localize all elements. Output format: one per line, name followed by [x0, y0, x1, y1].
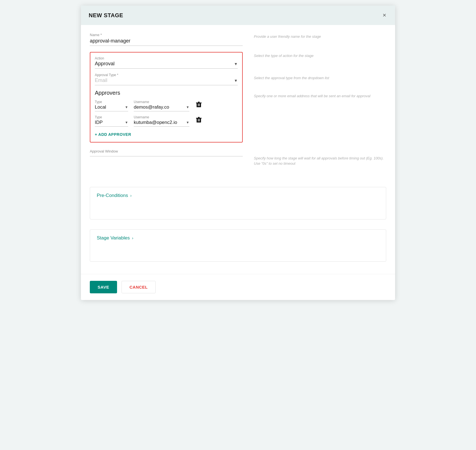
svg-rect-4: [198, 102, 200, 102]
action-dropdown-arrow-icon: ▼: [234, 62, 238, 66]
approval-window-section: Approval Window: [90, 149, 243, 156]
pre-conditions-title: Pre-Conditions ›: [97, 193, 379, 198]
action-hint-text: Select the type of action for the stage: [254, 52, 386, 59]
name-hint-text: Provide a user friendly name for the sta…: [254, 33, 386, 39]
svg-rect-6: [198, 119, 199, 121]
approver-username-label-1: Username: [134, 100, 189, 104]
approver-username-field-2: Username kutumba@openc2.io ▼: [134, 115, 189, 127]
approver-type-select-2[interactable]: IDP ▼: [95, 120, 128, 127]
svg-rect-0: [197, 103, 201, 107]
approval-type-select-row[interactable]: Email ▼: [95, 78, 238, 85]
approval-type-field-group: Approval Type * Email ▼: [95, 73, 238, 85]
pre-conditions-chevron-icon: ›: [130, 193, 132, 198]
svg-rect-5: [197, 118, 201, 122]
approver-username-select-2[interactable]: kutumba@openc2.io ▼: [134, 120, 189, 127]
name-label: Name *: [90, 33, 243, 37]
approver-username-field-1: Username demos@rafay.co ▼: [134, 100, 189, 111]
trash-icon-2: [196, 117, 202, 123]
cancel-button[interactable]: CANCEL: [122, 281, 156, 293]
save-button[interactable]: SAVE: [90, 281, 117, 293]
approver-row-2: Type IDP ▼ Username kutumba@openc2.io: [95, 115, 238, 127]
approver-type-value-2: IDP: [95, 120, 125, 125]
approval-window-hint-text: Specify how long the stage will wait for…: [254, 154, 386, 166]
approval-window-label: Approval Window: [90, 149, 243, 153]
name-field-group: Name * approval-manager: [90, 33, 243, 46]
modal-title: NEW STAGE: [89, 12, 123, 19]
approver-type-label-1: Type: [95, 100, 128, 104]
svg-rect-1: [198, 104, 199, 106]
close-button[interactable]: ×: [381, 11, 387, 19]
modal-body: Name * approval-manager Provide a user f…: [81, 25, 395, 274]
modal-header: NEW STAGE ×: [81, 6, 395, 25]
stage-variables-card[interactable]: Stage Variables ›: [90, 229, 386, 262]
name-section: Name * approval-manager Provide a user f…: [90, 33, 386, 46]
approver-username-select-1[interactable]: demos@rafay.co ▼: [134, 104, 189, 111]
approver-type-field-2: Type IDP ▼: [95, 115, 128, 127]
approver-type-label-2: Type: [95, 115, 128, 119]
add-approver-button[interactable]: + ADD APPROVER: [95, 132, 131, 137]
name-value: approval-manager: [90, 38, 243, 46]
approver-type-select-1[interactable]: Local ▼: [95, 104, 128, 111]
approver-type-field-1: Type Local ▼: [95, 100, 128, 111]
approvers-hint-text: Specify one or more email address that w…: [254, 92, 386, 99]
trash-icon-1: [196, 102, 202, 108]
approver-type-arrow-icon-2: ▼: [125, 121, 128, 124]
svg-rect-9: [198, 117, 200, 118]
svg-rect-7: [199, 119, 200, 121]
approver-type-value-1: Local: [95, 104, 125, 110]
svg-rect-8: [196, 118, 202, 119]
pre-conditions-label: Pre-Conditions: [97, 193, 128, 198]
approver-row: Type Local ▼ Username demos@rafay.co: [95, 100, 238, 111]
action-select-value: Approval: [95, 61, 234, 67]
svg-rect-3: [196, 102, 202, 103]
approver-username-label-2: Username: [134, 115, 189, 119]
stage-variables-title: Stage Variables ›: [97, 235, 379, 241]
approver-username-value-1: demos@rafay.co: [134, 104, 186, 110]
action-section: Action Approval ▼ Approval Type * Email …: [90, 52, 243, 142]
approval-type-hint-text: Select the approval type from the dropdo…: [254, 74, 386, 81]
action-field-label: Action: [95, 56, 238, 60]
action-section-container: Action Approval ▼ Approval Type * Email …: [90, 52, 243, 181]
stage-variables-label: Stage Variables: [97, 235, 130, 241]
approver-username-arrow-icon-2: ▼: [186, 121, 189, 124]
approver-username-arrow-icon-1: ▼: [186, 105, 189, 109]
approval-type-label: Approval Type *: [95, 73, 238, 77]
delete-approver-button-2[interactable]: [195, 116, 203, 126]
name-hint: Provide a user friendly name for the sta…: [254, 33, 386, 46]
approval-type-dropdown-arrow-icon: ▼: [234, 78, 238, 83]
action-field-group: Action Approval ▼: [95, 56, 238, 69]
pre-conditions-card[interactable]: Pre-Conditions ›: [90, 187, 386, 219]
modal-footer: SAVE CANCEL: [81, 274, 395, 300]
approval-type-select-value: Email: [95, 78, 234, 83]
delete-approver-button-1[interactable]: [195, 101, 203, 110]
form-layout: Action Approval ▼ Approval Type * Email …: [90, 52, 386, 266]
approver-type-arrow-icon-1: ▼: [125, 105, 128, 109]
stage-variables-chevron-icon: ›: [132, 236, 133, 240]
approvers-section: Approvers Type Local ▼ Use: [95, 90, 238, 137]
approver-username-value-2: kutumba@openc2.io: [134, 120, 186, 125]
svg-rect-2: [199, 104, 200, 106]
approvers-title: Approvers: [95, 90, 238, 96]
action-select-row[interactable]: Approval ▼: [95, 61, 238, 69]
hints-column: Select the type of action for the stage …: [254, 52, 386, 181]
new-stage-modal: NEW STAGE × Name * approval-manager Prov…: [81, 6, 395, 300]
